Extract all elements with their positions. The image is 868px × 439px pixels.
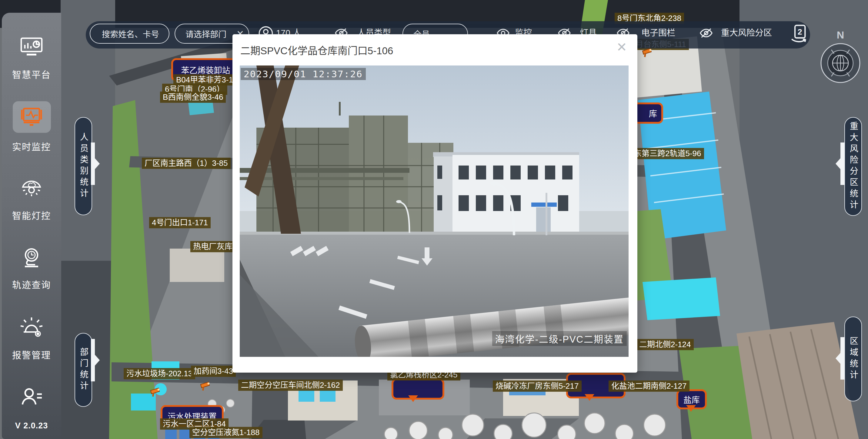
- camera-watermark: 海湾化学-二级-PVC二期装置: [492, 331, 627, 346]
- map-camera-label[interactable]: 二期空分空压车间北侧2-162: [238, 380, 343, 391]
- expand-arrow-icon[interactable]: [91, 339, 100, 381]
- tab-personnel-category-stats[interactable]: 人员类别统计: [74, 117, 92, 215]
- compass[interactable]: N: [818, 29, 863, 90]
- cctv-camera-icon[interactable]: [200, 381, 213, 393]
- expand-arrow-icon[interactable]: [835, 143, 844, 185]
- camera-modal: 二期SPVC化学品仓库南门口5-106 ✕: [232, 34, 638, 373]
- tab-department-stats[interactable]: 部门统计: [74, 333, 92, 407]
- expand-arrow-icon[interactable]: [835, 337, 844, 380]
- user-list-icon[interactable]: [2, 387, 61, 408]
- map-poi-marker[interactable]: 盐库: [677, 389, 707, 409]
- toggle-label-efence[interactable]: 电子围栏: [641, 29, 675, 37]
- svg-text:2: 2: [798, 27, 802, 36]
- brand-label: 智慧平台: [2, 67, 61, 81]
- alarm-manage-icon[interactable]: [2, 316, 61, 339]
- camera-timestamp: 2023/09/01 12:37:26: [241, 68, 366, 80]
- camera-snapshot: 2023/09/01 12:37:26 海湾化学-二级-PVC二期装置: [240, 65, 628, 357]
- map-camera-label[interactable]: 污水垃圾场-202.13: [124, 368, 195, 379]
- map-camera-label[interactable]: B西南侧全貌3-46: [160, 92, 226, 103]
- map-camera-label[interactable]: 热电厂灰库: [190, 241, 235, 252]
- map-poi-marker[interactable]: [392, 378, 444, 400]
- sidebar-item-label: 报警管理: [2, 348, 61, 361]
- map-camera-label[interactable]: 化盐池二期南侧2-127: [609, 380, 689, 392]
- cctv-camera-icon[interactable]: [642, 48, 655, 59]
- app-version: V 2.0.23: [2, 421, 61, 431]
- map-camera-label[interactable]: 东第三跨2轨道5-96: [631, 148, 704, 159]
- map-camera-label[interactable]: 空分空压液氮1-188: [189, 427, 262, 438]
- tab-major-risk-zone-stats[interactable]: 重大风险分区统计: [844, 117, 862, 216]
- sidebar-item-label: 智能灯控: [2, 208, 61, 222]
- risk-zone-eye-off-icon[interactable]: [699, 26, 714, 41]
- smart-light-icon[interactable]: [2, 177, 61, 199]
- screen-switch-icon[interactable]: 2: [789, 24, 808, 46]
- tab-area-stats[interactable]: 区域统计: [844, 317, 862, 402]
- brand-logo-icon: [2, 36, 61, 58]
- search-input[interactable]: 搜索姓名、卡号: [90, 24, 169, 43]
- map-camera-label[interactable]: 4号门出口1-171: [149, 217, 211, 228]
- map-camera-label[interactable]: 烧碱冷冻厂房东侧5-217: [493, 380, 582, 392]
- sidebar-item-label: 轨迹查询: [2, 277, 61, 291]
- toggle-label-risk-zone[interactable]: 重大风险分区: [721, 29, 772, 37]
- track-query-icon[interactable]: [2, 247, 61, 271]
- close-icon[interactable]: ✕: [616, 41, 627, 54]
- modal-title: 二期SPVC化学品仓库南门口5-106: [240, 43, 393, 57]
- realtime-monitor-icon: [2, 106, 61, 128]
- map-camera-label[interactable]: 厂区南主路西（1）3-85: [142, 158, 230, 169]
- expand-arrow-icon[interactable]: [91, 143, 100, 185]
- map-camera-label[interactable]: 二期北侧2-124: [637, 339, 694, 350]
- compass-north-label: N: [818, 29, 863, 41]
- sidebar: 智慧平台 实时监控 智能灯控 轨迹查询: [2, 13, 61, 439]
- sidebar-item-label: 实时监控: [2, 140, 61, 153]
- map-camera-label[interactable]: 加药间3-43: [191, 365, 236, 377]
- cctv-camera-icon[interactable]: [150, 387, 163, 399]
